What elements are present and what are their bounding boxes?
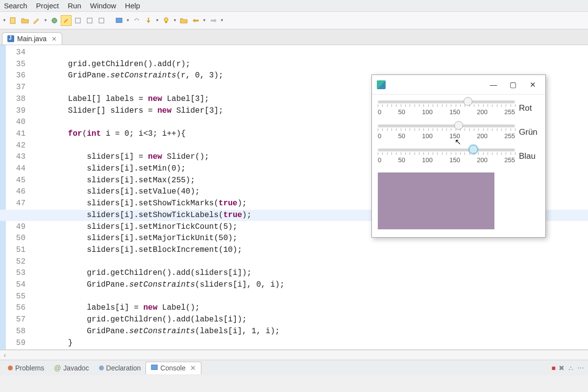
bulb-icon[interactable] xyxy=(161,15,172,26)
close-icon[interactable]: ✕ xyxy=(190,364,196,372)
menu-run[interactable]: Run xyxy=(68,1,81,10)
svg-rect-3 xyxy=(87,18,92,23)
dropdown-icon[interactable]: ▼ xyxy=(43,15,48,26)
remove-icon[interactable]: ✖ xyxy=(559,364,564,372)
menu-help[interactable]: Help xyxy=(125,1,140,10)
tab-label: Problems xyxy=(15,364,44,372)
menu-project[interactable]: Project xyxy=(36,1,59,10)
slider-grün[interactable]: 050100150200255 xyxy=(378,124,515,140)
color-swatch xyxy=(378,172,494,229)
menu-search[interactable]: Search xyxy=(4,1,27,10)
window-titlebar[interactable]: — ▢ ✕ xyxy=(372,75,545,95)
minimize-button[interactable]: — xyxy=(484,77,503,92)
terminate-icon[interactable]: ■ xyxy=(552,364,556,372)
edit-icon[interactable] xyxy=(31,15,42,26)
javafx-app-window[interactable]: — ▢ ✕ 050100150200255Rot050100150200255G… xyxy=(371,74,546,238)
dropdown-icon[interactable]: ▼ xyxy=(2,15,7,26)
step-icon[interactable] xyxy=(143,15,154,26)
screen-icon[interactable] xyxy=(114,15,124,26)
code-line[interactable] xyxy=(30,291,588,303)
code-line[interactable]: grid.getChildren().add(sliders[i]); xyxy=(30,268,588,279)
dropdown-icon[interactable]: ▼ xyxy=(172,15,177,26)
forward-icon[interactable]: ➡ xyxy=(208,15,219,26)
console-actions: ■ ✖ ⛬ ⋯ xyxy=(552,364,584,372)
marker-bar xyxy=(0,45,6,349)
dropdown-icon[interactable]: ▼ xyxy=(125,15,130,26)
slider-tick-labels: 050100150200255 xyxy=(378,156,515,164)
javadoc-icon: @ xyxy=(54,364,61,372)
back-icon[interactable]: ⬅ xyxy=(190,15,201,26)
tab-console[interactable]: Console ✕ xyxy=(146,362,201,374)
tool-icon[interactable] xyxy=(73,15,83,26)
scroll-left-icon[interactable]: ‹ xyxy=(0,351,10,359)
svg-rect-0 xyxy=(10,18,15,24)
tool-icon[interactable] xyxy=(96,15,107,26)
code-line[interactable]: labels[i] = new Label(); xyxy=(30,302,588,314)
toolbar: ▼ ▼ ▼ ▼ ▼ ⬅ ▼ ➡ ▼ xyxy=(0,12,588,29)
folder-icon[interactable] xyxy=(178,15,189,26)
svg-point-1 xyxy=(52,18,57,23)
slider-tick-labels: 050100150200255 xyxy=(378,108,515,116)
svg-rect-5 xyxy=(116,18,122,23)
tab-problems[interactable]: Problems xyxy=(3,362,49,374)
horizontal-scrollbar[interactable]: ‹ xyxy=(0,350,588,360)
tool-icon[interactable] xyxy=(84,15,95,26)
svg-rect-4 xyxy=(99,18,104,23)
close-button[interactable]: ✕ xyxy=(523,77,542,92)
remove-all-icon[interactable]: ⛬ xyxy=(567,364,574,372)
more-icon[interactable]: ⋯ xyxy=(577,364,584,372)
console-icon xyxy=(151,364,158,372)
bottom-view-tabs: Problems @ Javadoc Declaration Console ✕… xyxy=(0,360,588,375)
problems-icon xyxy=(8,366,13,370)
app-content: 050100150200255Rot050100150200255Grün050… xyxy=(372,95,545,237)
app-icon xyxy=(377,80,386,89)
dropdown-icon[interactable]: ▼ xyxy=(202,15,207,26)
slider-label: Blau xyxy=(519,151,539,161)
highlight-icon[interactable] xyxy=(61,15,72,26)
dropdown-icon[interactable]: ▼ xyxy=(155,15,160,26)
link-icon[interactable] xyxy=(131,15,142,26)
tab-declaration[interactable]: Declaration xyxy=(94,362,146,374)
svg-rect-7 xyxy=(165,22,167,23)
menu-window[interactable]: Window xyxy=(90,1,116,10)
tab-label: Declaration xyxy=(106,364,141,372)
code-line[interactable]: GridPane.setConstraints(sliders[i], 0, i… xyxy=(30,279,588,291)
code-line[interactable]: grid.getChildren().add(r); xyxy=(30,59,588,71)
tab-label: Main.java xyxy=(17,35,47,43)
code-line[interactable] xyxy=(30,256,588,268)
editor-tab-main[interactable]: Main.java ✕ xyxy=(2,32,62,45)
slider-row: 050100150200255Rot xyxy=(378,100,539,116)
code-line[interactable] xyxy=(30,47,588,59)
open-icon[interactable] xyxy=(20,15,30,26)
svg-rect-2 xyxy=(75,18,80,23)
slider-row: 050100150200255Grün xyxy=(378,124,539,140)
tab-label: Console xyxy=(160,364,185,372)
declaration-icon xyxy=(99,366,104,370)
slider-label: Grün xyxy=(519,127,539,137)
slider-row: 050100150200255Blau xyxy=(378,148,539,164)
code-line[interactable]: grid.getChildren().add(labels[i]); xyxy=(30,314,588,326)
editor-tabbar: Main.java ✕ xyxy=(0,29,588,45)
slider-rot[interactable]: 050100150200255 xyxy=(378,100,515,116)
code-line[interactable]: GridPane.setConstraints(labels[i], 1, i)… xyxy=(30,326,588,338)
svg-rect-8 xyxy=(151,365,157,369)
close-icon[interactable]: ✕ xyxy=(51,35,57,43)
slider-blau[interactable]: 050100150200255 xyxy=(378,148,515,164)
slider-label: Rot xyxy=(519,103,539,113)
code-line[interactable]: } xyxy=(30,338,588,349)
java-file-icon xyxy=(7,35,14,42)
svg-point-6 xyxy=(164,18,168,22)
slider-tick-labels: 050100150200255 xyxy=(378,132,515,140)
tab-label: Javadoc xyxy=(63,364,89,372)
new-icon[interactable] xyxy=(8,15,19,26)
code-line[interactable]: sliders[i].setBlockIncrement(10); xyxy=(30,245,588,256)
maximize-button[interactable]: ▢ xyxy=(503,77,523,92)
debug-icon[interactable] xyxy=(49,15,60,26)
menu-bar: Search Project Run Window Help xyxy=(0,0,588,12)
dropdown-icon[interactable]: ▼ xyxy=(220,15,224,26)
tab-javadoc[interactable]: @ Javadoc xyxy=(49,362,94,374)
line-gutter: 34 35 36 37 38 39 40 41 42 43 44 45 46 4… xyxy=(6,45,30,349)
